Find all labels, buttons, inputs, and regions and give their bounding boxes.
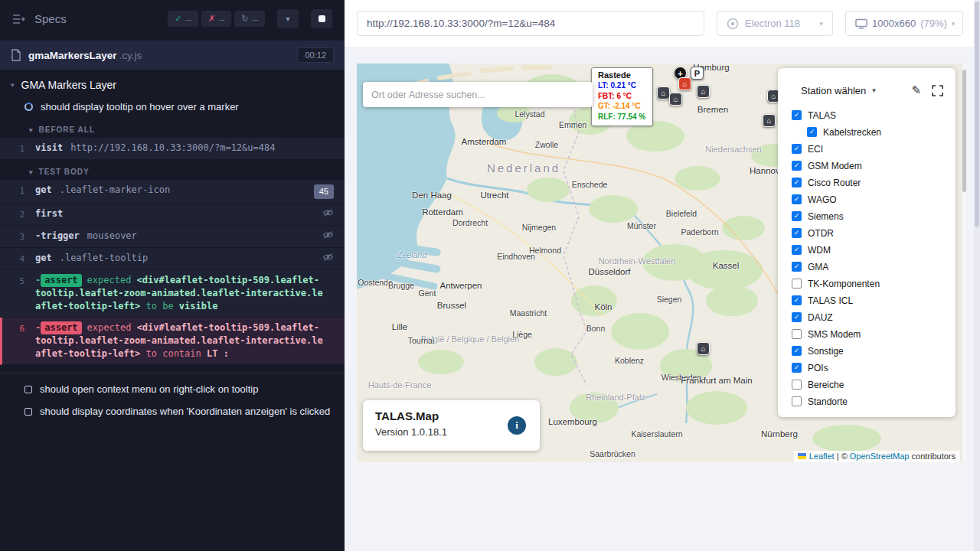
layer-item[interactable]: ✓Sonstige — [792, 346, 943, 356]
layer-item[interactable]: ✓POIs — [792, 363, 943, 373]
command-count-badge: 45 — [314, 184, 334, 199]
layer-item[interactable]: ✓Kabelstrecken — [792, 127, 943, 137]
station-marker[interactable]: ⌂ — [697, 85, 710, 98]
pending-test-title: should open context menu on right-click … — [40, 383, 258, 395]
active-test-row[interactable]: should display tooltip on hover over a m… — [0, 96, 345, 118]
station-marker[interactable]: ⌂ — [657, 86, 670, 99]
layer-item[interactable]: ✓Siemens — [792, 211, 943, 221]
layer-label: GMA — [808, 262, 828, 272]
station-dropdown[interactable]: Station wählen — [801, 85, 866, 96]
layer-item[interactable]: ✓WAGO — [792, 194, 943, 204]
checkbox[interactable] — [792, 279, 802, 289]
checkbox[interactable]: ✓ — [807, 127, 817, 137]
checkbox[interactable]: ✓ — [792, 144, 802, 154]
command-row[interactable]: 1get.leaflet-marker-icon45 — [0, 180, 345, 204]
viewport-selector[interactable]: 1000x660 (79%) ▾ — [845, 11, 963, 36]
leaflet-link[interactable]: Leaflet — [809, 452, 835, 461]
layer-label: POIs — [808, 363, 828, 373]
browser-selector[interactable]: Electron 118 ▾ — [717, 11, 833, 36]
map-label: Saarbrücken — [590, 449, 635, 458]
map-label: Tournai — [408, 336, 434, 345]
layer-item[interactable]: ✓ECI — [792, 144, 943, 154]
station-marker[interactable]: ⌂ — [763, 114, 776, 127]
version-box: TALAS.Map Version 1.0.18.1 i — [363, 400, 540, 451]
specs-menu-icon[interactable] — [12, 14, 25, 24]
stat-count: -- — [253, 15, 258, 24]
command-method: visit — [35, 142, 63, 153]
tooltip-title: Rastede — [598, 70, 645, 80]
map-search-control[interactable] — [363, 82, 593, 107]
checkbox[interactable] — [792, 329, 802, 339]
layer-item[interactable]: SMS Modem — [792, 329, 943, 339]
map-scrollbar[interactable] — [961, 64, 966, 462]
preview-stage: HamburgDen HelderLeeuwardenGroningenBrem… — [345, 47, 980, 551]
parking-marker[interactable]: P — [691, 67, 704, 80]
layer-label: Siemens — [808, 211, 844, 222]
checkbox[interactable]: ✓ — [792, 194, 802, 204]
edit-pencil-icon[interactable]: ✎ — [911, 83, 921, 97]
command-row[interactable]: 2first — [0, 204, 345, 226]
layer-item[interactable]: ✓OTDR — [792, 228, 943, 238]
x-stat-button[interactable]: ✗-- — [201, 11, 232, 27]
suite-row[interactable]: ▾ GMA Markers Layer — [0, 70, 345, 96]
suite-title: GMA Markers Layer — [21, 79, 116, 91]
command-row[interactable]: 5-assertexpected <div#leaflet-tooltip-50… — [0, 270, 345, 318]
openstreetmap-link[interactable]: OpenStreetMap — [850, 452, 910, 461]
checkbox[interactable]: ✓ — [792, 228, 802, 238]
chevron-down-icon[interactable]: ▾ — [872, 86, 876, 94]
layer-item[interactable]: ✓TALAS ICL — [792, 295, 943, 305]
command-row[interactable]: 3-triggermouseover — [0, 226, 345, 248]
map-label: Siegen — [657, 295, 682, 304]
leaflet-map[interactable]: HamburgDen HelderLeeuwardenGroningenBrem… — [357, 64, 966, 462]
stop-button[interactable] — [311, 9, 332, 28]
hook-label[interactable]: ▾BEFORE ALL — [0, 118, 345, 138]
checkbox[interactable]: ✓ — [792, 211, 802, 221]
checkbox[interactable]: ✓ — [792, 178, 802, 187]
search-input[interactable] — [371, 90, 584, 100]
station-marker[interactable]: ⌂ — [669, 93, 682, 106]
collapse-chevron-button[interactable]: ▾ — [277, 9, 299, 28]
checkbox[interactable]: ✓ — [792, 161, 802, 171]
station-marker[interactable]: ⌂ — [697, 342, 710, 355]
checkbox[interactable]: ✓ — [792, 295, 802, 305]
checkbox[interactable]: ✓ — [792, 363, 802, 373]
layer-item[interactable]: Standorte — [792, 396, 943, 406]
spec-file-row[interactable]: gmaMarkersLayer .cy.js 00:12 — [0, 41, 345, 70]
layer-item[interactable]: ✓DAUZ — [792, 312, 943, 322]
checkbox[interactable]: ✓ — [792, 346, 802, 356]
checkbox[interactable]: ✓ — [792, 110, 802, 120]
pending-test-row[interactable]: should display coordinates when 'Koordin… — [0, 400, 345, 422]
hook-label[interactable]: ▾TEST BODY — [0, 160, 345, 180]
command-row[interactable]: 6-assertexpected <div#leaflet-tooltip-50… — [0, 318, 345, 365]
checkbox[interactable]: ✓ — [792, 312, 802, 322]
page-scrollbar[interactable] — [974, 0, 980, 551]
checkbox[interactable]: ✓ — [792, 245, 802, 255]
layer-item[interactable]: ✓WDM — [792, 245, 943, 255]
alert-marker[interactable]: ⌂ — [678, 77, 691, 90]
layer-item[interactable]: TK-Komponenten — [792, 279, 943, 289]
layer-item[interactable]: ✓GSM Modem — [792, 161, 943, 171]
check-stat-button[interactable]: ✓-- — [168, 11, 198, 27]
page-scrollbar-thumb[interactable] — [975, 2, 979, 227]
map-label: Bielefeld — [666, 209, 697, 218]
command-row[interactable]: 1visithttp://192.168.10.33:3000/?m=12&u=… — [0, 138, 345, 160]
map-label: Dordrecht — [452, 218, 488, 227]
check-icon: ✓ — [794, 347, 800, 354]
url-input[interactable] — [367, 18, 694, 29]
fullscreen-expand-icon[interactable] — [932, 85, 943, 96]
chevron-down-icon: ▾ — [11, 81, 15, 89]
layer-item[interactable]: ✓TALAS — [792, 110, 943, 120]
layer-item[interactable]: Bereiche — [792, 380, 943, 390]
checkbox[interactable] — [792, 380, 802, 390]
refresh-stat-button[interactable]: ↻-- — [234, 11, 265, 27]
pending-test-row[interactable]: should open context menu on right-click … — [0, 378, 345, 400]
url-bar[interactable] — [357, 11, 704, 36]
station-house-icon: ⌂ — [766, 117, 771, 125]
info-icon[interactable]: i — [508, 416, 526, 435]
layer-item[interactable]: ✓GMA — [792, 262, 943, 272]
map-scrollbar-thumb[interactable] — [962, 70, 966, 192]
checkbox[interactable] — [792, 396, 802, 406]
checkbox[interactable]: ✓ — [792, 262, 802, 272]
command-row[interactable]: 4get.leaflet-tooltip — [0, 248, 345, 270]
layer-item[interactable]: ✓Cisco Router — [792, 178, 943, 187]
